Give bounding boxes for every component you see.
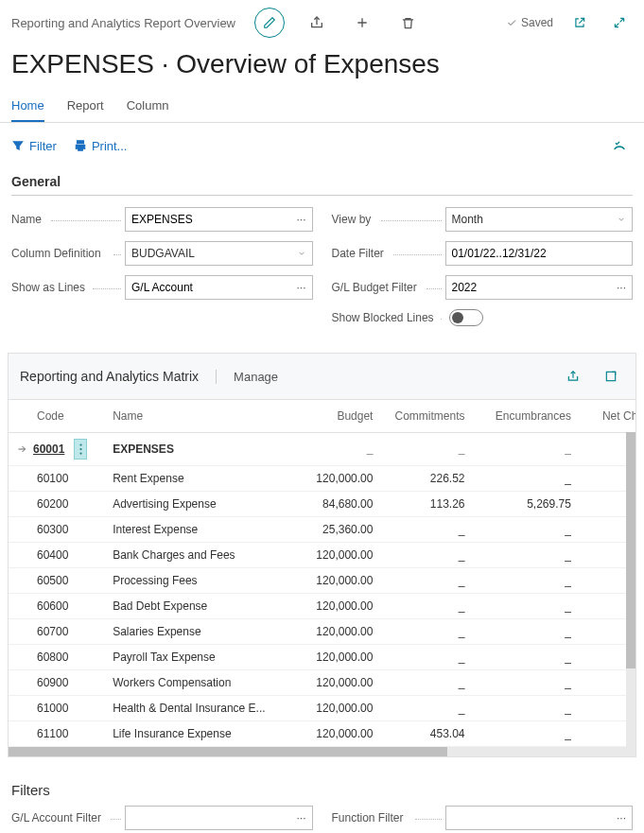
new-icon[interactable] [349, 9, 375, 36]
cell-name: Life Insurance Expense [105, 721, 288, 747]
cell-name: Bank Charges and Fees [105, 543, 288, 568]
cell-budget: _ [288, 433, 380, 466]
table-row[interactable]: 60800Payroll Tax Expense120,000.00__ [9, 645, 635, 670]
table-row[interactable]: 60500Processing Fees120,000.00__ [9, 568, 635, 594]
tabs: Home Report Column [0, 91, 644, 123]
cell-name: Health & Dental Insurance E... [105, 696, 288, 721]
table-row[interactable]: 61100Life Insurance Expense120,000.00453… [9, 721, 635, 747]
cell-commitments: _ [380, 645, 472, 670]
maximize-icon[interactable] [598, 363, 624, 390]
saved-label: Saved [521, 16, 553, 29]
field-coldef[interactable]: BUDGAVAIL [125, 241, 313, 266]
col-code[interactable]: Code [9, 400, 105, 433]
lookup-icon[interactable]: ··· [290, 213, 311, 226]
cell-commitments: _ [380, 517, 472, 543]
cell-encumbrances: _ [473, 645, 579, 670]
cell-budget: 120,000.00 [288, 619, 380, 645]
cell-name: Bad Debt Expense [105, 594, 288, 619]
cell-budget: 120,000.00 [288, 466, 380, 492]
col-netchange[interactable]: Net Change [579, 400, 635, 433]
chevron-down-icon[interactable] [291, 249, 312, 258]
coldef-value: BUDGAVAIL [126, 247, 291, 260]
input-glbudget[interactable] [446, 281, 611, 294]
table-row[interactable]: 60700Salaries Expense120,000.00__ [9, 619, 635, 645]
field-showas[interactable]: ··· [125, 275, 313, 300]
popout-icon[interactable] [566, 9, 593, 36]
input-datefilter[interactable] [446, 247, 633, 260]
table-row[interactable]: 61000Health & Dental Insurance E...120,0… [9, 696, 635, 721]
svg-point-2 [79, 448, 81, 450]
general-heading: General [11, 168, 633, 196]
table-row[interactable]: 60001EXPENSES____ [9, 433, 635, 466]
vertical-scrollbar[interactable] [626, 432, 635, 747]
cell-name: Processing Fees [105, 568, 288, 594]
cell-encumbrances: _ [473, 696, 579, 721]
page-title: EXPENSES · Overview of Expenses [11, 49, 633, 79]
tab-home[interactable]: Home [11, 91, 44, 122]
chevron-down-icon[interactable] [611, 215, 632, 224]
share-icon[interactable] [304, 9, 330, 36]
col-commitments[interactable]: Commitments [380, 400, 472, 433]
cell-encumbrances: _ [473, 670, 579, 696]
table-row[interactable]: 60100Rent Expense120,000.00226.52_ [9, 466, 635, 492]
cell-code: 60400 [9, 543, 105, 568]
cell-commitments: 226.52 [380, 466, 472, 492]
cell-budget: 120,000.00 [288, 543, 380, 568]
cell-code: 60200 [9, 492, 105, 517]
label-showas: Show as Lines [11, 281, 125, 294]
cell-code: 61100 [9, 721, 105, 747]
tab-report[interactable]: Report [67, 91, 104, 122]
tab-column[interactable]: Column [127, 91, 169, 122]
print-button[interactable]: Print... [74, 139, 128, 153]
input-name[interactable] [126, 213, 290, 226]
horizontal-scrollbar[interactable] [9, 747, 635, 756]
cell-name: Advertising Expense [105, 492, 288, 517]
filter-button[interactable]: Filter [11, 139, 57, 153]
cell-name: Payroll Tax Expense [105, 645, 288, 670]
table-row[interactable]: 60400Bank Charges and Fees120,000.00__ [9, 543, 635, 568]
manage-button[interactable]: Manage [216, 370, 278, 384]
row-actions-icon[interactable] [74, 439, 87, 460]
field-viewby[interactable]: Month [445, 207, 634, 232]
filters-section: Filters G/L Account Filter ··· Function … [0, 774, 644, 833]
saved-status: Saved [506, 16, 553, 29]
field-datefilter[interactable] [445, 241, 634, 266]
input-showas[interactable] [126, 281, 290, 294]
cell-code: 60001 [33, 443, 64, 456]
lookup-icon[interactable]: ··· [290, 281, 311, 294]
field-glbudget[interactable]: ··· [445, 275, 634, 300]
cell-commitments: _ [380, 670, 472, 696]
cell-encumbrances: _ [473, 543, 579, 568]
cell-budget: 120,000.00 [288, 670, 380, 696]
delete-icon[interactable] [394, 9, 421, 36]
table-row[interactable]: 60300Interest Expense25,360.00__ [9, 517, 635, 543]
lookup-icon[interactable]: ··· [290, 811, 311, 824]
cell-name: Salaries Expense [105, 619, 288, 645]
lookup-icon[interactable]: ··· [611, 811, 632, 824]
col-budget[interactable]: Budget [288, 400, 380, 433]
col-name[interactable]: Name [105, 400, 288, 433]
cell-encumbrances: _ [473, 517, 579, 543]
personalize-icon[interactable] [606, 132, 633, 159]
lookup-icon[interactable]: ··· [611, 281, 632, 294]
cell-code: 60600 [9, 594, 105, 619]
breadcrumb: Reporting and Analytics Report Overview [11, 16, 235, 30]
cell-commitments: _ [380, 619, 472, 645]
expand-icon[interactable] [606, 9, 633, 36]
col-encumbrances[interactable]: Encumbrances [473, 400, 579, 433]
input-glaccount-filter[interactable] [126, 811, 290, 824]
share-icon[interactable] [560, 363, 586, 390]
table-row[interactable]: 60900Workers Compensation120,000.00__ [9, 670, 635, 696]
label-coldef: Column Definition [11, 247, 125, 260]
top-actions [254, 8, 421, 38]
cell-budget: 120,000.00 [288, 721, 380, 747]
table-row[interactable]: 60200Advertising Expense84,680.00113.265… [9, 492, 635, 517]
edit-icon[interactable] [254, 8, 285, 38]
toggle-showblocked[interactable] [449, 309, 483, 326]
field-name[interactable]: ··· [125, 207, 313, 232]
field-function-filter[interactable]: ··· [445, 806, 634, 830]
input-function-filter[interactable] [446, 811, 611, 824]
label-showblocked: Show Blocked Lines [332, 311, 445, 324]
field-glaccount-filter[interactable]: ··· [125, 806, 313, 830]
table-row[interactable]: 60600Bad Debt Expense120,000.00__ [9, 594, 635, 619]
